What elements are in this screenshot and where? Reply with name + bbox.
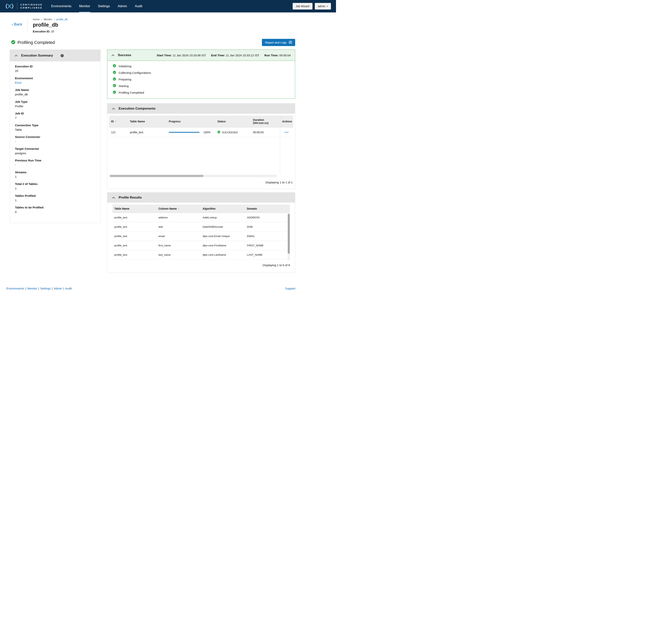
content-columns: Execution Summary Execution ID 20 Enviro… [10,50,295,276]
report-and-logs-label: Report and Logs [265,41,287,44]
chevron-up-icon [15,55,18,56]
field-label: Target Connector [15,147,95,151]
row-actions-button[interactable]: ••• [284,131,290,134]
cell-status: SUCCEEDED [215,127,251,137]
sort-asc-icon: ↑ [178,207,179,210]
right-column: Success Start Time: 11 Jan 2024 15:33:08… [107,50,295,276]
column-header-algorithm[interactable]: Algorithm [201,205,245,213]
footer-separator: | [63,287,64,290]
check-icon [113,91,116,95]
execution-components-pagination: Displaying 1 to 1 of 1 [107,177,295,188]
success-collapse-toggle[interactable] [112,54,114,56]
field-label: Job Type [15,100,95,104]
cell-progress: 100% [167,127,215,137]
horizontal-scrollbar[interactable] [110,175,277,177]
nav-audit[interactable]: Audit [135,0,142,12]
primary-nav: Environments Monitor Settings Admin Audi… [51,0,150,12]
footer-separator: | [38,287,39,290]
back-link[interactable]: ‹ Back [12,22,22,33]
footer-link-settings[interactable]: Settings [40,287,51,290]
success-steps: Initializing Collecting Configurations P… [107,61,295,99]
column-header-table-name[interactable]: Table Name [112,205,157,213]
breadcrumb-monitor[interactable]: Monitor [44,18,52,21]
column-header-id[interactable]: ID↑ [109,116,128,127]
cell-table-name: profile_test [128,127,167,137]
cell-actions: ••• [280,127,293,137]
start-time-label: Start Time: [157,54,172,57]
column-header-column-name[interactable]: Column Name↑ [157,205,201,213]
nav-environments[interactable]: Environments [51,0,71,12]
column-label: ID [111,120,114,123]
execution-components-body: ID↑ Table Name Progress Status Duration … [107,113,295,177]
end-time-value: 11 Jan 2024 15:33:12 IST [226,54,259,57]
footer-link-environments[interactable]: Environments [6,287,24,290]
column-header-table-name[interactable]: Table Name [128,116,167,127]
vertical-scrollbar[interactable] [288,213,290,261]
start-time: Start Time: 11 Jan 2024 15:33:08 IST [157,54,206,57]
field-label: Streams [15,170,95,174]
page-header: ‹ Back Home › Monitor › profile_db profi… [12,18,336,33]
footer-link-admin[interactable]: Admin [54,287,62,290]
check-icon [113,77,116,81]
field-label: Job Name [15,88,95,92]
end-time: End Time: 11 Jan 2024 15:33:12 IST [211,54,259,57]
footer-link-audit[interactable]: Audit [65,287,72,290]
table-row: 121 profile_test 100% [109,127,293,137]
cell-id: 121 [109,127,128,137]
step-label: Profiling Completed [119,91,144,94]
table-header-row: Table Name Column Name↑ Algorithm Domain [112,205,290,213]
nav-monitor[interactable]: Monitor [79,0,90,12]
nav-settings[interactable]: Settings [98,0,110,12]
field-label: Environment [15,76,95,80]
page-title: profile_db [33,22,68,28]
summary-field: Job Name profile_db [15,88,95,97]
footer-link-monitor[interactable]: Monitor [27,287,37,290]
cell-domain: DOB [245,222,290,232]
top-navbar: CONTINUOUS COMPLIANCE Environments Monit… [0,0,336,12]
actions-column-divider [280,116,280,174]
column-header-progress[interactable]: Progress [167,116,215,127]
field-value: postgres [15,151,95,155]
summary-field: Connection Type Table [15,123,95,132]
profile-results-header: Profile Results [107,193,295,203]
menu-icon [289,41,292,44]
job-wizard-button[interactable]: Job Wizard [293,3,312,9]
footer-separator: | [52,287,53,290]
column-label: Column Name [159,207,177,210]
execution-components-collapse-toggle[interactable] [112,108,115,109]
breadcrumb-home[interactable]: Home [33,18,40,21]
column-header-domain[interactable]: Domain [245,205,290,213]
step-label: Starting [119,84,129,87]
status-title: Profiling Completed [18,40,55,45]
execution-summary-collapse-toggle[interactable] [15,55,18,56]
check-icon [113,71,116,75]
field-value: 1 [15,186,95,191]
support-link[interactable]: Support [285,287,295,290]
execution-summary-header: Execution Summary [10,50,100,61]
report-and-logs-button[interactable]: Report and Logs [262,39,295,46]
cell-table-name: profile_test [112,241,157,250]
profile-results-collapse-toggle[interactable] [112,197,115,199]
environment-link[interactable]: Env2 [15,81,22,84]
table-row: profile_test address AddrLookup ADDRESS [112,213,290,222]
vertical-scrollbar-thumb[interactable] [288,214,290,254]
success-panel: Success Start Time: 11 Jan 2024 15:33:08… [107,50,295,99]
cell-duration: 00:00:03 [251,127,280,137]
summary-field: Environment Env2 [15,76,95,85]
run-time: Run Time: 00:00:04 [264,54,291,57]
horizontal-scrollbar-thumb[interactable] [110,175,203,177]
column-header-status[interactable]: Status [215,116,251,127]
header-divider [27,18,28,33]
column-header-duration[interactable]: Duration (HH:mm:ss) [251,116,280,127]
info-icon[interactable] [61,54,64,57]
success-panel-header: Success Start Time: 11 Jan 2024 15:33:08… [107,50,295,61]
summary-field: Previous Run Time - [15,158,95,167]
cell-algorithm: dlpx-core:FirstName [201,241,245,250]
cell-algorithm: DateShiftDiscrete [201,222,245,232]
breadcrumb-current[interactable]: profile_db [56,18,68,21]
nav-admin[interactable]: Admin [118,0,127,12]
cell-algorithm: AddrLookup [201,213,245,222]
topbar-right: Job Wizard admin ▾ [293,3,331,9]
user-menu-button[interactable]: admin ▾ [315,3,331,9]
brand-home-link[interactable]: CONTINUOUS COMPLIANCE [5,3,43,9]
